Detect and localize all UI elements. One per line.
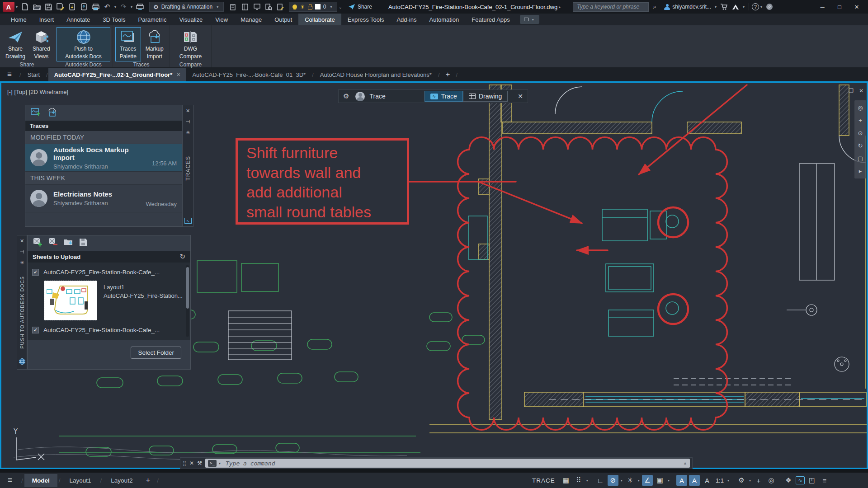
qat-collapse-icon[interactable]: ⌄ bbox=[337, 5, 344, 9]
help-icon[interactable]: ? bbox=[752, 3, 759, 10]
close-tab-icon[interactable]: ✕ bbox=[176, 72, 180, 78]
sheet-set-icon[interactable] bbox=[227, 1, 239, 12]
traces-palette-properties-icon[interactable]: ✳ bbox=[186, 130, 190, 136]
layout-thumbnail[interactable] bbox=[44, 281, 97, 320]
undo-icon[interactable]: ↶ bbox=[101, 1, 113, 12]
ribbon-tab-manage[interactable]: Manage bbox=[234, 14, 268, 25]
ribbon-tab-annotate[interactable]: Annotate bbox=[60, 14, 96, 25]
ribbon-tab-3d-tools[interactable]: 3D Tools bbox=[96, 14, 132, 25]
push-palette-globe-icon[interactable] bbox=[19, 358, 26, 366]
panel-label-compare[interactable]: Compare bbox=[170, 61, 211, 68]
annotation-scale-value[interactable]: 1:1 bbox=[714, 475, 725, 486]
sheet-list-scrollbar[interactable] bbox=[186, 265, 189, 337]
hardware-accel-icon[interactable]: ❖ bbox=[783, 475, 794, 486]
trace-list-item-electricians-notes[interactable]: Electricians Notes Shiyamdev Sritharan W… bbox=[25, 185, 182, 212]
push-to-autodesk-docs-button[interactable]: Push to Autodesk Docs bbox=[57, 27, 110, 61]
shared-views-button[interactable]: Shared Views bbox=[29, 27, 53, 61]
search-input[interactable] bbox=[573, 2, 649, 12]
file-tab-autocad-fy25-fire-book-cafe-01[interactable]: AutoCAD-FY25_Fire-...-Book-Cafe_01_3D* bbox=[186, 68, 311, 81]
redo-caret-icon[interactable]: ▾ bbox=[129, 5, 134, 9]
traces-palette-button[interactable]: Traces Palette bbox=[115, 27, 141, 61]
help-caret-icon[interactable]: ▾ bbox=[759, 5, 764, 9]
ribbon-tab-output[interactable]: Output bbox=[268, 14, 298, 25]
dwg-compare-button[interactable]: DWG Compare bbox=[176, 27, 205, 61]
autodesk-logo-icon[interactable] bbox=[730, 1, 741, 12]
ribbon-tab-visualize[interactable]: Visualize bbox=[173, 14, 209, 25]
layer-selector[interactable]: ☀ 0 ▾ bbox=[289, 2, 337, 12]
app-menu-caret-icon[interactable]: ▾ bbox=[14, 5, 19, 9]
new-trace-icon[interactable] bbox=[31, 108, 41, 118]
markup-import-button[interactable]: Markup Import bbox=[142, 27, 168, 61]
polar-tracking-icon[interactable]: ⊘ bbox=[608, 475, 618, 486]
save-as-icon[interactable] bbox=[54, 1, 66, 12]
annotation-visibility-icon[interactable]: A bbox=[676, 475, 687, 486]
traces-palette-close-icon[interactable]: ✕ bbox=[186, 108, 190, 114]
command-prompt-icon[interactable]: >_ bbox=[208, 460, 217, 467]
isometric-drafting-icon-caret[interactable]: ▾ bbox=[637, 479, 640, 483]
panel-label-autodesk-docs[interactable]: Autodesk Docs bbox=[54, 61, 113, 68]
file-tab-menu-icon[interactable]: ≡ bbox=[0, 68, 19, 81]
trace-list-item-markup-import[interactable]: Autodesk Docs Markup Import Shiyamdev Sr… bbox=[25, 144, 182, 172]
layout-tab-layout1[interactable]: Layout1 bbox=[62, 474, 99, 487]
plot-icon[interactable] bbox=[90, 1, 101, 12]
workspace-selector[interactable]: ⚙ Drafting & Annotation ▾ bbox=[149, 2, 224, 12]
snap-icon-caret[interactable]: ▾ bbox=[586, 479, 589, 483]
isometric-drafting-icon[interactable]: ✳ bbox=[625, 475, 636, 486]
autodesk-caret-icon[interactable]: ▾ bbox=[741, 5, 746, 9]
view-icon[interactable]: ▢ bbox=[858, 155, 863, 162]
pan-icon[interactable]: + bbox=[859, 117, 862, 124]
save-icon[interactable] bbox=[42, 1, 54, 12]
window-maximize-button[interactable]: □ bbox=[831, 1, 848, 13]
workspace-gear-icon[interactable]: ⚙ bbox=[736, 475, 747, 486]
sheet-checkbox[interactable]: ✓ bbox=[32, 269, 39, 276]
customize-plus-icon[interactable]: + bbox=[753, 475, 764, 486]
polar-tracking-icon-caret[interactable]: ▾ bbox=[620, 479, 623, 483]
panel-label-share[interactable]: Share bbox=[0, 61, 54, 68]
refresh-icon[interactable]: ↻ bbox=[179, 253, 185, 261]
ribbon-tab-express-tools[interactable]: Express Tools bbox=[341, 14, 391, 25]
batch-plot-icon[interactable] bbox=[134, 1, 146, 12]
fullscreen-icon[interactable]: ◳ bbox=[807, 475, 817, 486]
snap-icon[interactable]: ⠿ bbox=[573, 475, 584, 486]
share-button[interactable]: Share bbox=[348, 4, 372, 10]
ribbon-tab-add-ins[interactable]: Add-ins bbox=[390, 14, 423, 25]
command-customize-icon[interactable]: ⚒ bbox=[197, 460, 202, 466]
viewport-view-control[interactable]: [Top] bbox=[14, 89, 27, 95]
remove-sheet-icon[interactable] bbox=[48, 238, 58, 249]
sheet-checkbox[interactable]: ✓ bbox=[32, 327, 39, 333]
command-expand-icon[interactable]: ▲ bbox=[683, 461, 687, 465]
ribbon-tab-featured-apps[interactable]: Featured Apps bbox=[465, 14, 516, 25]
osnap-icon-caret[interactable]: ▾ bbox=[667, 479, 670, 483]
ribbon-tab-collaborate[interactable]: Collaborate bbox=[298, 14, 341, 25]
dwg-minimize-icon[interactable]: ─ bbox=[840, 88, 844, 94]
search-icon[interactable]: ⌕ bbox=[649, 1, 660, 12]
title-expand-icon[interactable]: ▸ bbox=[557, 5, 562, 9]
trace-mode-button[interactable]: ∿ Trace bbox=[425, 91, 463, 102]
window-minimize-button[interactable]: ─ bbox=[814, 1, 831, 13]
app-store-cart-icon[interactable] bbox=[718, 1, 730, 12]
dwg-restore-icon[interactable]: ❐ bbox=[849, 88, 854, 94]
open-folder-download-icon[interactable] bbox=[64, 238, 74, 248]
push-palette-close-icon[interactable]: ✕ bbox=[20, 238, 24, 244]
screen-icon[interactable] bbox=[251, 1, 263, 12]
redo-icon[interactable]: ↷ bbox=[118, 1, 129, 12]
dwg-close-icon[interactable]: ✕ bbox=[859, 88, 863, 94]
layout-menu-icon[interactable]: ≡ bbox=[0, 476, 20, 485]
push-palette-pin-icon[interactable]: ⊣ bbox=[20, 249, 24, 255]
osnap-tracking-icon[interactable]: ∠ bbox=[642, 475, 653, 486]
orbit-icon[interactable]: ↻ bbox=[858, 142, 863, 149]
ribbon-tab-home[interactable]: Home bbox=[5, 14, 33, 25]
command-grip-handle[interactable]: ⣿ bbox=[183, 460, 186, 466]
drawing-mode-button[interactable]: Drawing bbox=[463, 91, 508, 102]
grid-icon[interactable]: ▦ bbox=[561, 475, 571, 486]
navigation-bar[interactable]: ◎+⊙↻▢▸ bbox=[854, 100, 866, 178]
sheet-row[interactable]: ✓ AutoCAD-FY25_Fire-Station-Book-Cafe_..… bbox=[32, 324, 184, 336]
file-tab-autocad-fy25-fire-02-1-ground-[interactable]: AutoCAD-FY25_Fire-...02-1_Ground-Floor*✕ bbox=[48, 68, 187, 81]
nav-more-icon[interactable]: ▸ bbox=[859, 168, 862, 174]
undo-caret-icon[interactable]: ▾ bbox=[113, 5, 118, 9]
layout-tab-model[interactable]: Model bbox=[24, 474, 57, 487]
push-palette-properties-icon[interactable]: ✳ bbox=[20, 260, 24, 266]
command-input[interactable]: >_ ▾ Type a command ▲ bbox=[205, 459, 690, 468]
window-close-button[interactable]: ✕ bbox=[848, 1, 865, 13]
workspace-gear-icon-caret[interactable]: ▾ bbox=[749, 479, 751, 483]
